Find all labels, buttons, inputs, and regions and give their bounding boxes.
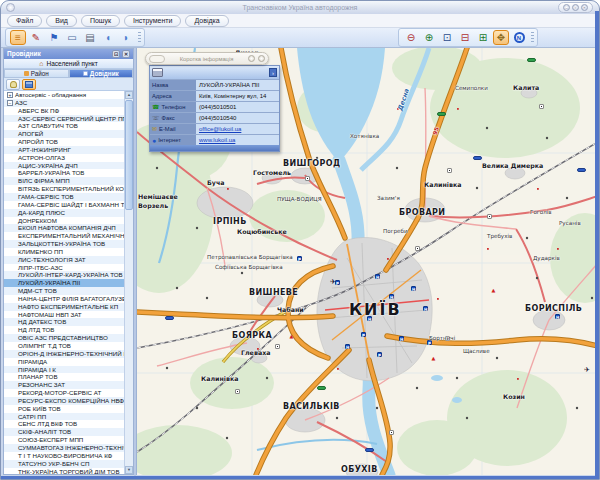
search-go-icon[interactable] [248, 55, 255, 62]
tree-item[interactable]: ВІЛС ФІРМА МПП [4, 177, 124, 185]
tree-item[interactable]: РЕЗОНАНС ЗАТ [4, 381, 124, 389]
tree-item[interactable]: ЕКОІЛ НАФТОВА КОМПАНІЯ ДЧП [4, 224, 124, 232]
tree-item[interactable]: БАРРЕЛ-УКРАЇНА ТОВ [4, 169, 124, 177]
tree-item[interactable]: АВЕРС ВК ПФ [4, 107, 124, 115]
tree-item[interactable]: ТНК-УКРАЇНА ТОРГОВИЙ ДІМ ТОВ [4, 468, 124, 475]
tree-item[interactable]: Т І Т НАУКОВО-ВИРОБНИЧА КФ [4, 452, 124, 460]
tree-item[interactable]: ГАМА-СЕРВІС ТОВ [4, 193, 124, 201]
tree-item[interactable]: ЛИС-ТЕХНОЛОГІЯ ЗАТ [4, 256, 124, 264]
info-value[interactable]: www.lukoil.ua [196, 135, 279, 145]
window-button[interactable]: ▭ [64, 30, 80, 45]
tree-item[interactable]: ЛІПР-ІТБС-АЗС [4, 264, 124, 272]
maximize-button[interactable]: ▫ [572, 4, 579, 11]
explorer-panel-header[interactable]: Провідник ⊡✕ [4, 49, 133, 59]
tree-item[interactable]: РЕКОРД-МОТОР-СЕРВІС АТ [4, 389, 124, 397]
search-handle[interactable] [149, 55, 165, 63]
pan-hand-button[interactable]: ✥ [493, 30, 509, 45]
zoom-rect-button[interactable]: ⊡ [439, 30, 455, 45]
tree-item[interactable]: СОЮЗ-ЕКСПЕРТ МПП [4, 436, 124, 444]
database-icon [10, 81, 17, 88]
tree-item[interactable]: ПЛАНАР ТОВ [4, 373, 124, 381]
tree-item[interactable]: ЗАЛЬЦКОТТЕН-УКРАЇНА ТОВ [4, 240, 124, 248]
tree-group[interactable]: −АЗС [4, 99, 124, 107]
panel-dock-button[interactable]: ⊡ [112, 50, 120, 58]
tree-item[interactable]: РОЕ КИЇВ ТОВ [4, 405, 124, 413]
info-value[interactable]: office@lukoil.ua [196, 124, 279, 134]
settlement-button[interactable]: ⌂ Населений пункт [4, 59, 133, 69]
tree-item[interactable]: ОРІОН-Д ІНЖЕНЕРНО-ТЕХНІЧНИЙ Ц [4, 350, 124, 358]
tree-item[interactable]: САТРІ ПП [4, 413, 124, 421]
tree-item[interactable]: ДА-КАРД ПЛЮС [4, 209, 124, 217]
tree-group[interactable]: +Автосервіс - обладнання [4, 91, 124, 99]
tree-item[interactable]: ЕКСПЕРИМЕНТАЛЬНИЙ МЕХАНІЧНИ [4, 232, 124, 240]
print-button[interactable]: ▤ [82, 30, 98, 45]
tree-item[interactable]: НАФТО ЕКСПЕРИМЕНТАЛЬНЕ КП [4, 303, 124, 311]
map-view[interactable]: КИЇВВИШГОРОДІРПІНЬБРОВАРИВИШНЕВЕБОЯРКАВА… [136, 48, 597, 475]
scroll-down-icon[interactable]: ▼ [125, 466, 133, 474]
expand-panel-icon[interactable]: › [269, 68, 277, 77]
tree-item[interactable]: ВІТЯЗЬ ЕКСПЕРИМЕНТАЛЬНИЙ КОМ [4, 185, 124, 193]
menu-item[interactable]: Довідка [185, 15, 228, 27]
scrollbar-thumb[interactable] [125, 100, 133, 210]
tree-item[interactable]: ТАТСУНО УКР-БЕНЧ СП [4, 460, 124, 468]
search-clear-icon[interactable] [258, 55, 265, 62]
tab-Довідник[interactable]: Довідник [69, 69, 134, 78]
shape-left-button[interactable]: ◖ [100, 30, 116, 45]
tab-Район[interactable]: Район [4, 69, 69, 78]
camp-marker-icon: ▲ [491, 288, 496, 293]
tree-item-label: СЕНС ЛТД ВКФ ТОВ [18, 420, 77, 428]
tree-item[interactable]: НД ЛТД ТОВ [4, 326, 124, 334]
database-view-button[interactable] [6, 79, 20, 90]
menu-item[interactable]: Пошук [81, 15, 120, 27]
tree-item[interactable]: МДМ-СТ ТОВ [4, 287, 124, 295]
tree-item[interactable]: АЗТ СЛАВУТИЧ ТОВ [4, 122, 124, 130]
tree-item[interactable]: НАІНА-ЦЕНТР ФІЛІЯ БАГАТОГАЛУЗЕ [4, 295, 124, 303]
measure-button[interactable]: ✎ [28, 30, 44, 45]
tree-item[interactable]: АЗС-СЕРВІС СЕРВІСНИЙ ЦЕНТР ПП [4, 115, 124, 123]
quick-search-bar[interactable]: Коротка інформація [145, 52, 269, 65]
shape-right-button[interactable]: ◗ [118, 30, 134, 45]
tree-expander-icon[interactable]: + [7, 92, 13, 98]
zoom-in-step-button[interactable]: ⊞ [475, 30, 491, 45]
tree-item[interactable]: ГАМА-СЕРВІС ШАЙДТ І БАХМАНН ТЫ [4, 201, 124, 209]
tree-expander-icon[interactable]: − [7, 100, 13, 106]
legend-button[interactable]: ≡ [10, 30, 26, 45]
print-icon[interactable] [152, 68, 163, 77]
tree-item[interactable]: АСТРОН-ОЛГАЗ [4, 154, 124, 162]
tree-item-label: МДМ-СТ ТОВ [18, 287, 57, 295]
menu-item[interactable]: Інструменти [124, 15, 181, 27]
tree-item[interactable]: АПРОЙЛ ТОВ [4, 138, 124, 146]
panel-close-button[interactable]: ✕ [122, 50, 130, 58]
tree-item[interactable]: АПОГЕЙ [4, 130, 124, 138]
tree-item[interactable]: ЛУКОЙЛ-УКРАЇНА ПІІ [4, 279, 124, 287]
tree-item[interactable]: РЕСУРС-ЕКСПО КОМЕРЦІЙНА НВФ Т [4, 397, 124, 405]
tree-item[interactable]: ДОНРЕККОМ [4, 217, 124, 225]
tree-item[interactable]: КЛИМЕНКО ПП [4, 248, 124, 256]
tree-scrollbar[interactable]: ▲ ▼ [124, 91, 133, 474]
tree-item[interactable]: ПІРАМІДА І К [4, 366, 124, 374]
tree-item[interactable]: СУММАВТОГАЗ ІНЖЕНЕРНО-ТЕХНІЧ [4, 444, 124, 452]
map-label: Велика Димерка [482, 162, 543, 169]
menu-item[interactable]: Вид [46, 15, 77, 27]
menu-item[interactable]: Файл [7, 15, 42, 27]
zoom-out-step-button[interactable]: ⊟ [457, 30, 473, 45]
title-bar[interactable]: Транснавіком Україна автодорожня –▫× [1, 1, 599, 14]
route-button[interactable]: ⚑ [46, 30, 62, 45]
tree-item[interactable]: НАФТОМАШ НВП ЗАТ [4, 311, 124, 319]
zoom-in-button[interactable]: ⊕ [421, 30, 437, 45]
zoom-out-button[interactable]: ⊖ [403, 30, 419, 45]
close-button[interactable]: × [581, 4, 588, 11]
tree-item[interactable]: НД ДАТЕКС ТОВ [4, 318, 124, 326]
tree-item[interactable]: СКІФ-АНАЛІТ ТОВ [4, 428, 124, 436]
tree-item[interactable]: СЕНС ЛТД ВКФ ТОВ [4, 420, 124, 428]
tree-item[interactable]: АЦИС-УКРАЇНА ДЧП [4, 162, 124, 170]
compass-north-button[interactable]: N [511, 30, 527, 45]
table-view-button[interactable] [22, 79, 36, 90]
tree-item[interactable]: АРТ-ІНЖИНІРИНГ [4, 146, 124, 154]
scroll-up-icon[interactable]: ▲ [125, 91, 133, 99]
tree-item[interactable]: ОЛІМПНГ Т.Д ТОВ [4, 342, 124, 350]
minimize-button[interactable]: – [563, 4, 570, 11]
tree-item[interactable]: ПІРАМІДА [4, 358, 124, 366]
tree-item[interactable]: ОВІС АЗС ПРЕДСТАВНИЦТВО [4, 334, 124, 342]
tree-item[interactable]: ЛУКОЙЛ-ІНТЕР-КАРД-УКРАЇНА ТОВ [4, 271, 124, 279]
